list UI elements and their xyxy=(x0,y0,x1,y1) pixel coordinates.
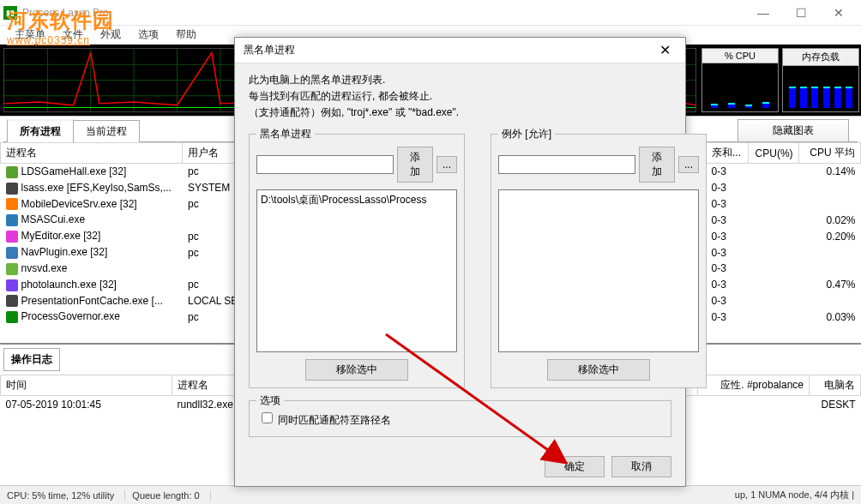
allowlist-add-button[interactable]: 添加 xyxy=(639,147,675,183)
allowlist-input[interactable] xyxy=(498,155,635,174)
list-item[interactable]: D:\tools\桌面\ProcessLasso\Process xyxy=(259,192,455,208)
status-cpu: CPU: 5% time, 12% utility xyxy=(7,490,125,501)
col-cpu-pct[interactable]: CPU(%) xyxy=(748,143,798,164)
allowlist-remove-button[interactable]: 移除选中 xyxy=(547,359,650,381)
tab-current-process[interactable]: 当前进程 xyxy=(73,120,140,142)
allowlist-browse-button[interactable]: ... xyxy=(678,156,699,173)
col-process-name[interactable]: 进程名 xyxy=(1,143,183,164)
allowlist-group: 例外 [允许] 添加 ... 移除选中 xyxy=(491,134,707,388)
blacklist-add-button[interactable]: 添加 xyxy=(397,147,433,183)
cpu-graph-label: % CPU xyxy=(702,49,778,63)
ok-button[interactable]: 确定 xyxy=(545,456,605,477)
window-title: Process Lasso Pro xyxy=(22,7,744,19)
dialog-title: 黑名单进程 xyxy=(244,43,295,57)
close-button[interactable]: ✕ xyxy=(820,1,858,25)
mem-small-graph-box: 内存负载 xyxy=(782,48,859,112)
col-affinity[interactable]: 亲和... xyxy=(706,143,748,164)
dialog-desc: 此为电脑上的黑名单进程列表. 每当找到有匹配的进程运行, 都会被终止. （支持通… xyxy=(249,72,671,122)
status-bar: CPU: 5% time, 12% utility Queue length: … xyxy=(0,485,861,504)
match-path-checkbox[interactable] xyxy=(262,412,273,423)
cpu-small-graph-box: % CPU xyxy=(701,48,779,112)
cancel-button[interactable]: 取消 xyxy=(611,456,671,477)
status-numa: up, 1 NUMA node, 4/4 内核 | xyxy=(735,489,854,501)
log-col-time[interactable]: 时间 xyxy=(1,375,172,396)
menu-file[interactable]: 文件 xyxy=(55,26,91,44)
blacklist-group: 黑名单进程 添加 ... D:\tools\桌面\ProcessLasso\Pr… xyxy=(249,134,465,388)
title-bar: ▮▮ Process Lasso Pro — ☐ ✕ xyxy=(0,0,861,26)
maximize-button[interactable]: ☐ xyxy=(782,1,820,25)
mem-graph-label: 内存负载 xyxy=(783,49,858,66)
menu-main[interactable]: 主菜单 xyxy=(7,26,53,44)
allowlist-listbox[interactable] xyxy=(498,189,699,352)
log-col-action[interactable]: 应性. #probalance xyxy=(698,375,810,396)
blacklist-dialog: 黑名单进程 ✕ 此为电脑上的黑名单进程列表. 每当找到有匹配的进程运行, 都会被… xyxy=(234,37,686,487)
menu-view[interactable]: 外观 xyxy=(93,26,129,44)
tab-all-processes[interactable]: 所有进程 xyxy=(7,119,74,142)
blacklist-listbox[interactable]: D:\tools\桌面\ProcessLasso\Process xyxy=(256,189,457,352)
blacklist-remove-button[interactable]: 移除选中 xyxy=(305,359,408,381)
blacklist-browse-button[interactable]: ... xyxy=(437,156,457,173)
log-header: 操作日志 xyxy=(3,348,60,371)
log-col-host[interactable]: 电脑名 xyxy=(810,375,861,396)
dialog-close-button[interactable]: ✕ xyxy=(653,42,677,58)
hide-chart-button[interactable]: 隐藏图表 xyxy=(738,119,849,142)
dialog-options-group: 选项 同时匹配通配符至路径名 xyxy=(249,400,671,437)
menu-help[interactable]: 帮助 xyxy=(168,26,204,44)
menu-options[interactable]: 选项 xyxy=(130,26,166,44)
blacklist-input[interactable] xyxy=(256,155,394,174)
app-icon: ▮▮ xyxy=(3,6,17,20)
col-cpu-avg[interactable]: CPU 平均 xyxy=(798,143,860,164)
match-path-checkbox-label[interactable]: 同时匹配通配符至路径名 xyxy=(258,414,391,426)
status-queue: Queue length: 0 xyxy=(132,490,210,501)
minimize-button[interactable]: — xyxy=(744,1,782,25)
